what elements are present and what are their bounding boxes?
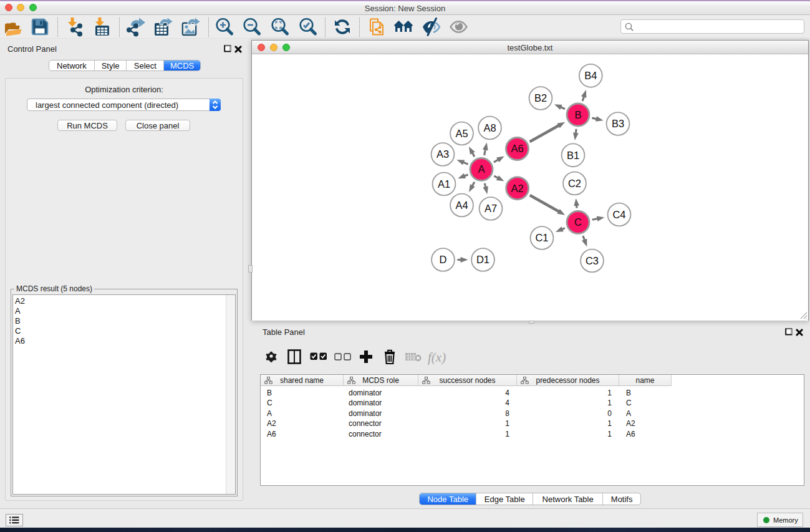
svg-text:A6: A6 bbox=[511, 143, 523, 154]
svg-text:A8: A8 bbox=[483, 122, 496, 133]
svg-text:C1: C1 bbox=[535, 232, 548, 243]
svg-text:A2: A2 bbox=[511, 183, 524, 194]
svg-text:A4: A4 bbox=[455, 200, 468, 211]
svg-text:A7: A7 bbox=[485, 203, 497, 214]
svg-text:D: D bbox=[440, 254, 447, 265]
svg-text:C2: C2 bbox=[568, 178, 581, 189]
svg-text:B2: B2 bbox=[534, 92, 547, 104]
svg-text:B4: B4 bbox=[584, 70, 597, 81]
svg-text:B1: B1 bbox=[567, 150, 579, 161]
svg-text:C: C bbox=[574, 216, 582, 228]
svg-text:A: A bbox=[478, 163, 485, 175]
svg-text:C3: C3 bbox=[586, 255, 599, 266]
svg-text:D1: D1 bbox=[476, 254, 489, 265]
svg-text:B3: B3 bbox=[612, 118, 624, 129]
svg-text:A5: A5 bbox=[455, 128, 468, 139]
svg-text:B: B bbox=[574, 109, 581, 120]
svg-text:C4: C4 bbox=[612, 209, 625, 220]
svg-text:A3: A3 bbox=[436, 148, 449, 160]
svg-text:A1: A1 bbox=[438, 178, 450, 190]
